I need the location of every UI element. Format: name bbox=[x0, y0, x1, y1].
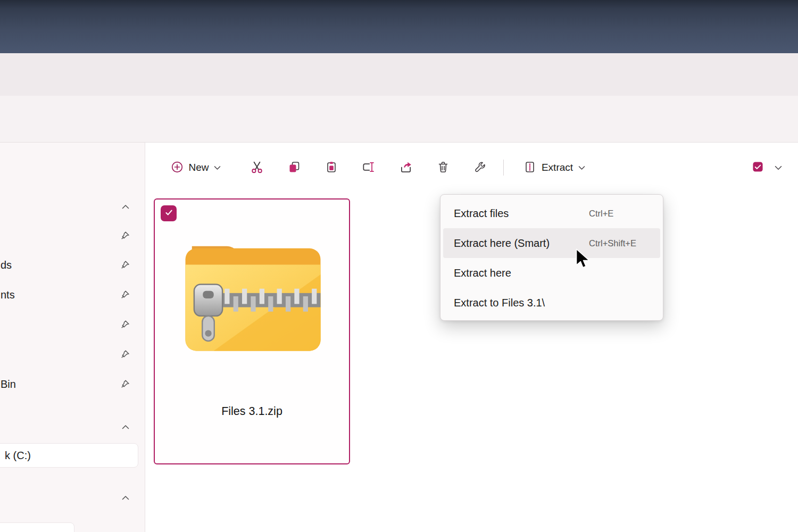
section-collapse-chevron-icon[interactable] bbox=[119, 202, 132, 211]
pin-icon[interactable] bbox=[120, 260, 130, 270]
wrench-icon bbox=[474, 161, 487, 175]
copy-icon bbox=[288, 161, 301, 175]
pin-icon[interactable] bbox=[120, 379, 130, 389]
navigation-bar: Local Disk (C:) Users Public Downloads bbox=[0, 96, 798, 143]
file-name-label: Files 3.1.zip bbox=[155, 405, 349, 418]
menu-item-extract-here-smart[interactable]: Extract here (Smart) Ctrl+Shift+E bbox=[443, 228, 660, 258]
sidebar-item-documents[interactable]: nts bbox=[0, 283, 145, 306]
paste-icon bbox=[325, 161, 338, 175]
pin-icon[interactable] bbox=[120, 290, 130, 300]
sidebar-item-label: ds bbox=[0, 259, 12, 271]
extract-dropdown-menu: Extract files Ctrl+E Extract here (Smart… bbox=[440, 194, 663, 321]
sidebar-item-label: Bin bbox=[0, 378, 16, 390]
sidebar-item[interactable] bbox=[0, 224, 145, 247]
pin-icon[interactable] bbox=[120, 350, 130, 359]
chevron-down-icon bbox=[578, 164, 585, 172]
menu-item-extract-here[interactable]: Extract here bbox=[443, 258, 660, 288]
menu-item-label: Extract here (Smart) bbox=[454, 237, 550, 250]
delete-button[interactable] bbox=[431, 156, 455, 179]
view-options-chevron-button[interactable] bbox=[769, 156, 788, 179]
menu-item-label: Extract files bbox=[454, 207, 509, 220]
sidebar-item-label: nts bbox=[0, 289, 15, 301]
checkmark-icon bbox=[164, 208, 173, 219]
paste-button[interactable] bbox=[320, 156, 343, 179]
copy-button[interactable] bbox=[282, 156, 306, 179]
chevron-down-icon bbox=[214, 164, 221, 172]
trash-icon bbox=[437, 161, 450, 175]
sidebar-item-recycle-bin[interactable]: Bin bbox=[0, 372, 145, 396]
new-button[interactable]: New bbox=[159, 156, 233, 179]
menu-item-shortcut: Ctrl+E bbox=[589, 209, 613, 219]
section-collapse-chevron-icon[interactable] bbox=[119, 422, 132, 431]
chevron-down-icon bbox=[775, 164, 782, 172]
rename-button[interactable] bbox=[356, 156, 380, 179]
share-button[interactable] bbox=[394, 156, 418, 179]
pin-icon[interactable] bbox=[120, 231, 130, 240]
checked-box-icon bbox=[752, 161, 763, 174]
screen: { "colors": { "accent": "#b01e63", "fold… bbox=[0, 0, 798, 532]
menu-item-label: Extract here bbox=[454, 267, 511, 279]
pin-icon[interactable] bbox=[120, 320, 130, 329]
file-tile-selected[interactable]: Files 3.1.zip bbox=[154, 198, 350, 464]
new-button-label: New bbox=[188, 162, 209, 173]
menu-item-shortcut: Ctrl+Shift+E bbox=[589, 238, 636, 248]
extract-button[interactable]: Extract bbox=[513, 156, 595, 179]
menu-item-label: Extract to Files 3.1\ bbox=[454, 297, 545, 309]
extract-button-label: Extract bbox=[542, 162, 573, 173]
sidebar-item-partial[interactable] bbox=[0, 522, 74, 532]
menu-item-extract-files[interactable]: Extract files Ctrl+E bbox=[443, 198, 660, 228]
extract-archive-icon bbox=[523, 161, 536, 175]
sidebar-item-label: k (C:) bbox=[5, 450, 31, 462]
tab-strip: wnloads + bbox=[0, 53, 798, 96]
sidebar-item[interactable] bbox=[0, 343, 145, 366]
section-collapse-chevron-icon[interactable] bbox=[119, 493, 132, 502]
desktop-background bbox=[0, 0, 798, 53]
menu-item-extract-to-folder[interactable]: Extract to Files 3.1\ bbox=[443, 288, 660, 318]
sidebar-item-local-disk-c[interactable]: k (C:) bbox=[0, 443, 138, 468]
sidebar-item-downloads[interactable]: ds bbox=[0, 253, 145, 277]
share-icon bbox=[399, 160, 413, 176]
rename-icon bbox=[361, 160, 375, 176]
zip-folder-icon bbox=[177, 229, 329, 366]
scissors-icon bbox=[250, 160, 264, 176]
cut-button[interactable] bbox=[245, 156, 269, 179]
sidebar-item[interactable] bbox=[0, 313, 145, 336]
mouse-cursor-icon bbox=[575, 248, 591, 272]
toolbar-divider bbox=[503, 160, 504, 176]
selection-checkbox-button[interactable] bbox=[746, 156, 769, 179]
sidebar: ds nts Bin k (C:) bbox=[0, 143, 145, 532]
selected-checkbox[interactable] bbox=[161, 205, 177, 221]
plus-circle-icon bbox=[171, 161, 184, 175]
wrench-icon-button[interactable] bbox=[469, 156, 492, 179]
